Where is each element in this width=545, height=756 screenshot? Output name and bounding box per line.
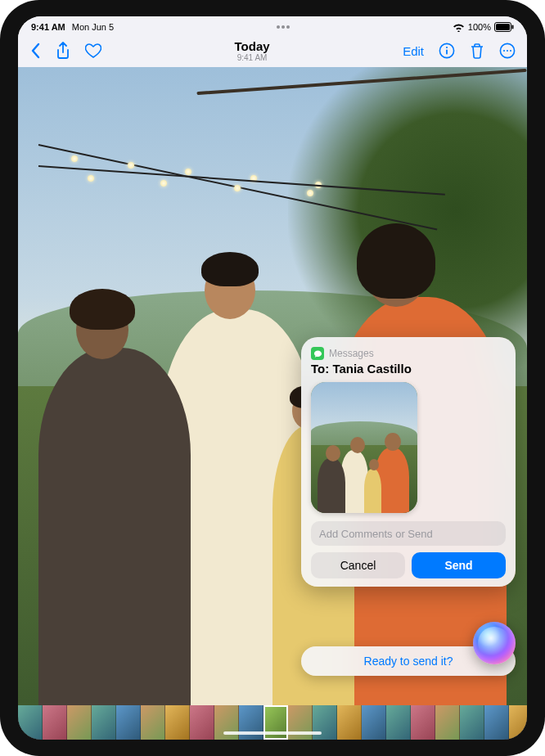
thumbnail[interactable] <box>141 705 165 740</box>
battery-percent: 100% <box>468 22 491 32</box>
thumbnail[interactable] <box>386 705 411 740</box>
message-comment-input[interactable]: Add Comments or Send <box>311 521 506 546</box>
thumbnail[interactable] <box>67 705 92 740</box>
thumbnail[interactable] <box>362 705 386 740</box>
messages-recipient-line: To: Tania Castillo <box>311 362 506 376</box>
thumbnail[interactable] <box>509 705 527 740</box>
siri-messages-card: Messages To: Tania Castillo Add Comments… <box>301 337 516 587</box>
cancel-button[interactable]: Cancel <box>311 552 405 578</box>
thumbnail[interactable] <box>460 705 484 740</box>
battery-icon <box>494 22 514 32</box>
thumbnail[interactable] <box>337 705 362 740</box>
svg-rect-5 <box>446 50 448 55</box>
status-bar: 9:41 AM Mon Jun 5 100% <box>18 16 527 34</box>
svg-point-8 <box>507 50 508 52</box>
photo-toolbar: Today 9:41 AM Edit <box>18 34 527 67</box>
thumbnail[interactable] <box>18 705 43 740</box>
status-time: 9:41 AM <box>31 22 65 32</box>
thumbnail[interactable] <box>484 705 509 740</box>
info-button[interactable] <box>439 43 455 59</box>
screen: 9:41 AM Mon Jun 5 100% <box>18 16 527 740</box>
back-button[interactable] <box>29 43 41 59</box>
more-button[interactable] <box>499 43 516 59</box>
nav-title: Today <box>235 39 270 53</box>
status-date: Mon Jun 5 <box>72 22 114 32</box>
nav-subtitle: 9:41 AM <box>235 53 270 63</box>
ipad-frame: 9:41 AM Mon Jun 5 100% <box>0 0 545 756</box>
messages-app-label: Messages <box>329 348 374 359</box>
thumbnail[interactable] <box>92 705 116 740</box>
thumbnail[interactable] <box>190 705 214 740</box>
svg-point-9 <box>510 50 511 52</box>
svg-rect-2 <box>511 25 513 29</box>
home-indicator[interactable] <box>223 731 322 735</box>
multitask-dots[interactable] <box>277 25 290 29</box>
edit-button[interactable]: Edit <box>403 44 424 58</box>
svg-point-4 <box>446 47 448 48</box>
thumbnail[interactable] <box>165 705 190 740</box>
thumbnail[interactable] <box>435 705 460 740</box>
siri-orb-icon[interactable] <box>473 622 516 664</box>
thumbnail[interactable] <box>411 705 435 740</box>
share-button[interactable] <box>56 42 70 60</box>
messages-app-icon <box>311 347 324 360</box>
thumbnail[interactable] <box>116 705 141 740</box>
wifi-icon <box>453 23 465 32</box>
delete-button[interactable] <box>470 43 484 59</box>
svg-rect-1 <box>496 24 510 30</box>
svg-point-7 <box>503 50 505 52</box>
thumbnail[interactable] <box>43 705 67 740</box>
favorite-button[interactable] <box>85 43 101 58</box>
photo-view[interactable]: Messages To: Tania Castillo Add Comments… <box>18 67 527 705</box>
send-button[interactable]: Send <box>412 552 506 578</box>
message-attachment-preview[interactable] <box>311 382 417 513</box>
